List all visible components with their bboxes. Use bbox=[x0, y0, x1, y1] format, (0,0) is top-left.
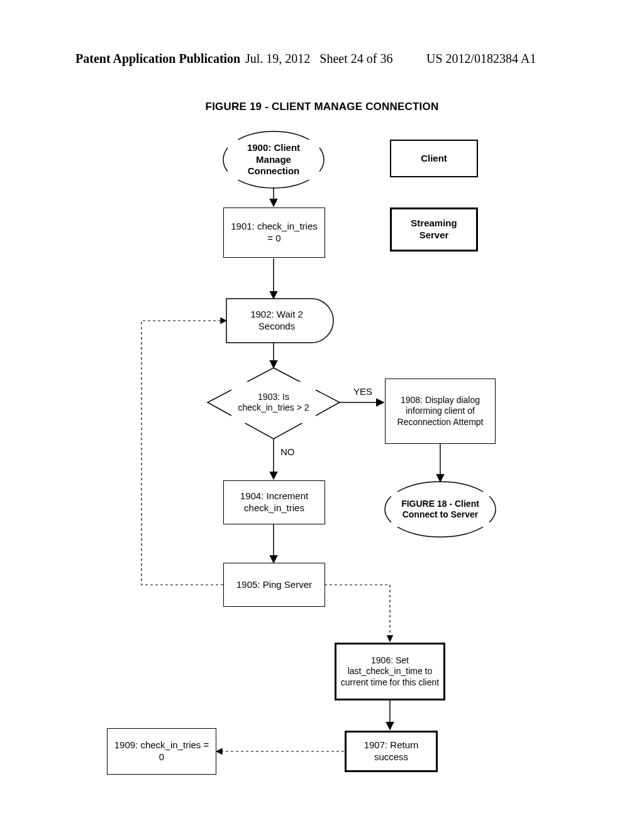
step-1909: 1909: check_in_tries = 0 bbox=[107, 728, 216, 775]
step-1903: 1903: Is check_in_tries > 2 bbox=[231, 382, 316, 423]
step-1906: 1906: Set last_check_in_time to current … bbox=[335, 643, 445, 700]
header-date: Jul. 19, 2012 bbox=[245, 52, 310, 65]
step-1902: 1902: Wait 2 Seconds bbox=[233, 306, 321, 335]
legend-server-box: Streaming Server bbox=[390, 208, 478, 252]
step-1908: 1908: Display dialog informing client of… bbox=[385, 379, 496, 444]
step-1901: 1901: check_in_tries = 0 bbox=[223, 208, 325, 258]
step-1905: 1905: Ping Server bbox=[223, 563, 325, 607]
branch-yes-label: YES bbox=[352, 386, 374, 397]
ref-figure-18: FIGURE 18 - Client Connect to Server bbox=[391, 492, 489, 527]
header-date-sheet: Jul. 19, 2012 Sheet 24 of 36 bbox=[245, 52, 392, 66]
legend-client-box: Client bbox=[390, 140, 478, 177]
step-1904: 1904: Increment check_in_tries bbox=[223, 480, 325, 524]
step-1907: 1907: Return success bbox=[345, 731, 438, 772]
header-publication-label: Patent Application Publication bbox=[75, 52, 240, 66]
figure-title: FIGURE 19 - CLIENT MANAGE CONNECTION bbox=[0, 101, 644, 113]
branch-no-label: NO bbox=[279, 446, 296, 457]
page-root: Patent Application Publication Jul. 19, … bbox=[0, 0, 644, 830]
header-sheet: Sheet 24 of 36 bbox=[319, 52, 392, 65]
header-pubnum: US 2012/0182384 A1 bbox=[426, 52, 536, 66]
step-1900: 1900: Client Manage Connection bbox=[228, 140, 319, 180]
flow-svg bbox=[0, 0, 644, 830]
